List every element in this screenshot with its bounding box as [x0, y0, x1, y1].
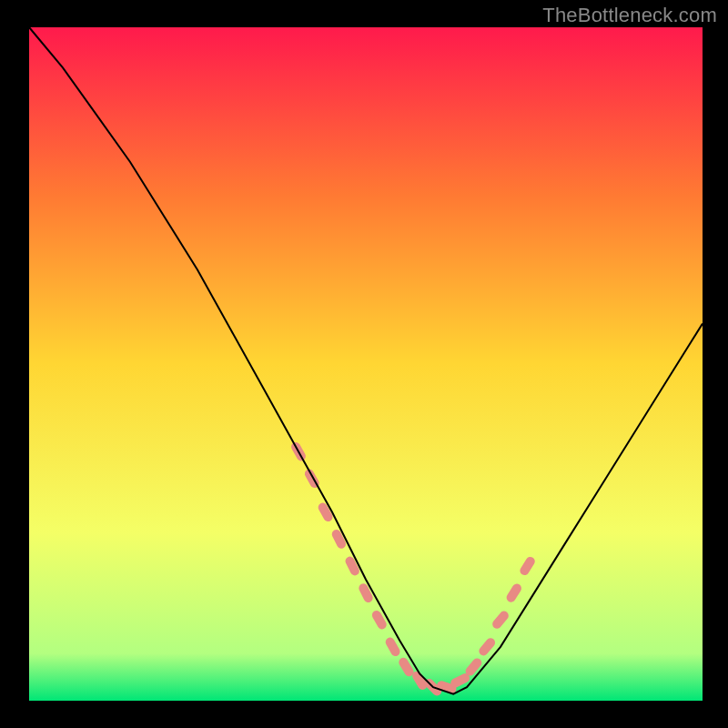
bottleneck-chart — [0, 0, 728, 728]
watermark-text: TheBottleneck.com — [542, 4, 717, 27]
chart-container: TheBottleneck.com — [0, 0, 728, 728]
